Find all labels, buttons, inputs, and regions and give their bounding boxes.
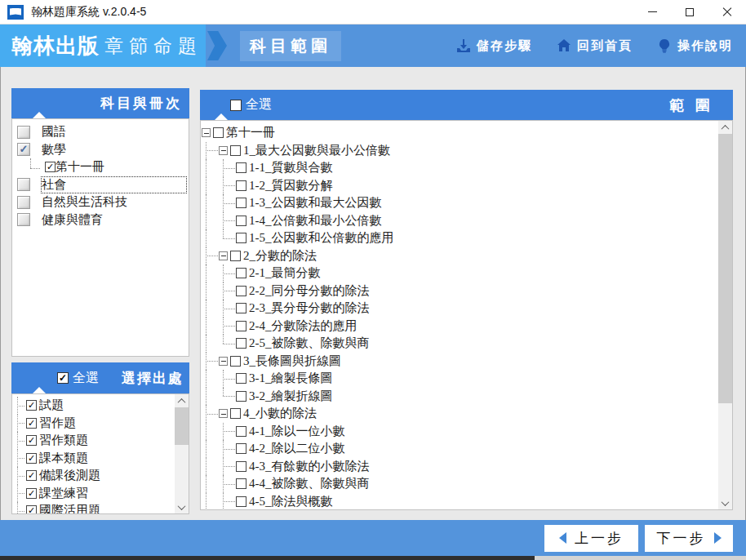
tree-node[interactable]: 2-3_異分母分數的除法 bbox=[201, 300, 718, 318]
save-steps-button[interactable]: 儲存步驟 bbox=[456, 38, 532, 54]
tree-node[interactable]: 1-2_質因數分解 bbox=[201, 177, 718, 195]
tree-node-checkbox[interactable] bbox=[236, 321, 246, 331]
subject-item[interactable]: ✓數學 bbox=[12, 141, 189, 159]
tree-node[interactable]: 2-5_被除數、除數與商 bbox=[201, 335, 718, 353]
tree-node-checkbox[interactable] bbox=[236, 373, 246, 384]
scroll-down-button[interactable] bbox=[175, 500, 189, 513]
tree-node-checkbox[interactable] bbox=[236, 233, 246, 243]
tree-expander[interactable] bbox=[202, 124, 213, 142]
tree-node-checkbox[interactable] bbox=[236, 268, 246, 278]
tree-node-checkbox[interactable] bbox=[230, 408, 241, 419]
sources-select-all[interactable]: ✓ 全選 bbox=[57, 370, 99, 387]
source-item[interactable]: ✓課堂練習 bbox=[12, 485, 175, 503]
tree-expander[interactable] bbox=[219, 142, 230, 160]
tree-node-checkbox[interactable] bbox=[236, 443, 246, 454]
tree-node-checkbox[interactable] bbox=[236, 198, 246, 208]
tree-connector bbox=[202, 423, 219, 441]
tree-node[interactable]: 1_最大公因數與最小公倍數 bbox=[201, 142, 718, 160]
maximize-button[interactable] bbox=[671, 0, 708, 24]
tree-node[interactable]: 4-3_有餘數的小數除法 bbox=[201, 458, 718, 476]
tree-node[interactable]: 4-5_除法與概數 bbox=[201, 493, 718, 511]
subject-label: 國語 bbox=[42, 124, 66, 140]
range-scrollbar[interactable] bbox=[718, 121, 732, 509]
tree-node[interactable]: 4-1_除以一位小數 bbox=[201, 423, 718, 441]
source-checkbox[interactable]: ✓ bbox=[26, 400, 37, 411]
source-item[interactable]: ✓習作類題 bbox=[12, 432, 175, 450]
subject-volume-checkbox[interactable]: ✓ bbox=[45, 162, 56, 172]
tree-node-checkbox[interactable] bbox=[236, 391, 246, 402]
tree-node-checkbox[interactable] bbox=[236, 180, 246, 191]
tree-node-checkbox[interactable] bbox=[230, 145, 241, 156]
sources-scrollbar[interactable] bbox=[175, 394, 189, 513]
tree-node-checkbox[interactable] bbox=[230, 251, 241, 261]
tree-connector bbox=[202, 212, 219, 230]
tree-node[interactable]: 4-4_被除數、除數與商 bbox=[201, 475, 718, 493]
tree-node[interactable]: 2-1_最簡分數 bbox=[201, 264, 718, 282]
minimize-button[interactable] bbox=[633, 0, 671, 24]
source-checkbox[interactable]: ✓ bbox=[26, 435, 37, 446]
subject-checkbox[interactable] bbox=[17, 178, 30, 191]
source-checkbox[interactable]: ✓ bbox=[26, 453, 37, 464]
source-checkbox[interactable]: ✓ bbox=[26, 488, 37, 499]
prev-step-button[interactable]: 上一步 bbox=[544, 525, 638, 552]
tree-node-checkbox[interactable] bbox=[236, 478, 246, 489]
tree-node[interactable]: 2_分數的除法 bbox=[201, 247, 718, 265]
source-checkbox[interactable]: ✓ bbox=[26, 470, 37, 481]
scroll-up-button[interactable] bbox=[718, 121, 732, 134]
tree-node-checkbox[interactable] bbox=[236, 461, 246, 472]
tree-node-checkbox[interactable] bbox=[236, 162, 246, 173]
range-select-all[interactable]: 全選 bbox=[230, 96, 272, 113]
tree-expander[interactable] bbox=[219, 353, 230, 371]
tree-node[interactable]: 第十一冊 bbox=[201, 124, 718, 142]
subject-checkbox[interactable] bbox=[17, 126, 30, 139]
tree-expander[interactable] bbox=[219, 405, 230, 423]
tree-node-checkbox[interactable] bbox=[230, 356, 241, 367]
tree-node-checkbox[interactable] bbox=[236, 496, 246, 507]
tree-node[interactable]: 1-5_公因數和公倍數的應用 bbox=[201, 229, 718, 247]
subject-checkbox[interactable]: ✓ bbox=[17, 143, 30, 156]
next-step-button[interactable]: 下一步 bbox=[645, 525, 733, 552]
tree-node[interactable]: 4_小數的除法 bbox=[201, 405, 718, 423]
scrollbar-thumb[interactable] bbox=[718, 134, 732, 403]
subject-item[interactable]: 健康與體育 bbox=[12, 211, 189, 229]
tree-node[interactable]: 3-2_繪製折線圖 bbox=[201, 388, 718, 406]
subject-item[interactable]: ✓第十一冊 bbox=[12, 158, 189, 176]
subject-item[interactable]: 社會 bbox=[12, 176, 189, 194]
tree-node-checkbox[interactable] bbox=[236, 338, 246, 349]
tree-node[interactable]: 4-2_除以二位小數 bbox=[201, 440, 718, 458]
scrollbar-thumb[interactable] bbox=[175, 407, 189, 445]
close-button[interactable] bbox=[708, 0, 746, 24]
tree-node-checkbox[interactable] bbox=[213, 127, 224, 138]
tree-expander[interactable] bbox=[219, 247, 230, 265]
source-item[interactable]: ✓習作題 bbox=[12, 415, 175, 433]
tree-connector bbox=[219, 335, 236, 353]
tree-node-checkbox[interactable] bbox=[236, 286, 246, 296]
range-select-all-checkbox[interactable] bbox=[230, 100, 242, 111]
subject-checkbox[interactable] bbox=[17, 196, 30, 209]
tree-node-checkbox[interactable] bbox=[236, 303, 246, 313]
subject-checkbox[interactable] bbox=[17, 213, 30, 226]
tree-node-checkbox[interactable] bbox=[236, 216, 246, 226]
source-checkbox[interactable]: ✓ bbox=[26, 418, 37, 429]
tree-node[interactable]: 1-3_公因數和最大公因數 bbox=[201, 194, 718, 212]
tree-node-checkbox[interactable] bbox=[236, 426, 246, 437]
subject-item[interactable]: 國語 bbox=[12, 123, 189, 141]
help-button[interactable]: 操作說明 bbox=[657, 38, 733, 54]
tree-node-label: 2-1_最簡分數 bbox=[249, 265, 321, 281]
source-checkbox[interactable]: ✓ bbox=[26, 505, 37, 514]
scroll-up-button[interactable] bbox=[175, 394, 189, 407]
source-item[interactable]: ✓課本類題 bbox=[12, 450, 175, 468]
source-item[interactable]: ✓國際活用題 bbox=[12, 502, 175, 514]
tree-node[interactable]: 3-1_繪製長條圖 bbox=[201, 370, 718, 388]
sources-select-all-checkbox[interactable]: ✓ bbox=[57, 372, 69, 384]
source-item[interactable]: ✓試題 bbox=[12, 397, 175, 415]
home-button[interactable]: 回到首頁 bbox=[557, 38, 633, 54]
tree-node[interactable]: 1-4_公倍數和最小公倍數 bbox=[201, 212, 718, 230]
tree-node[interactable]: 1-1_質數與合數 bbox=[201, 159, 718, 177]
tree-node[interactable]: 2-4_分數除法的應用 bbox=[201, 318, 718, 336]
source-item[interactable]: ✓備課後測題 bbox=[12, 467, 175, 485]
scroll-down-button[interactable] bbox=[718, 496, 732, 509]
tree-node[interactable]: 3_長條圖與折線圖 bbox=[201, 353, 718, 371]
subject-item[interactable]: 自然與生活科技 bbox=[12, 193, 189, 211]
tree-node[interactable]: 2-2_同分母分數的除法 bbox=[201, 282, 718, 300]
